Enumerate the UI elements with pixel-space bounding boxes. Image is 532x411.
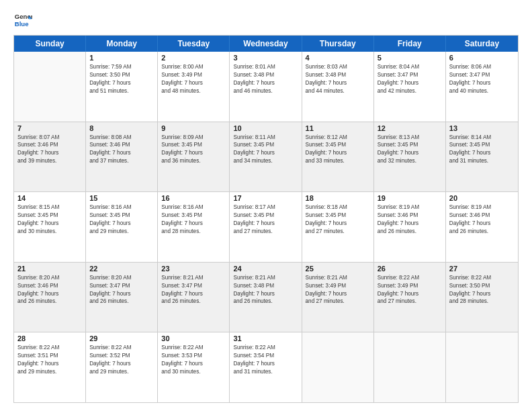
cell-info-line: Sunset: 3:48 PM <box>233 71 298 79</box>
calendar-cell: 12Sunrise: 8:13 AMSunset: 3:45 PMDayligh… <box>374 122 446 192</box>
calendar-row: 1Sunrise: 7:59 AMSunset: 3:50 PMDaylight… <box>14 52 518 122</box>
cell-info-line: and 26 minutes. <box>161 298 226 306</box>
day-number: 24 <box>233 265 298 273</box>
cell-info-line: Daylight: 7 hours <box>378 220 442 228</box>
day-number: 11 <box>306 124 370 132</box>
cell-info-line: Daylight: 7 hours <box>233 220 298 228</box>
calendar-cell: 7Sunrise: 8:07 AMSunset: 3:46 PMDaylight… <box>14 122 86 192</box>
calendar-cell: 8Sunrise: 8:08 AMSunset: 3:46 PMDaylight… <box>86 122 158 192</box>
cell-info-line: Sunrise: 8:22 AM <box>233 344 298 352</box>
cell-info-line: Sunset: 3:47 PM <box>449 71 515 79</box>
cell-info-line: Sunrise: 8:01 AM <box>233 63 298 71</box>
cell-info-line: Sunset: 3:45 PM <box>306 141 370 149</box>
logo-icon: General Blue <box>13 11 32 30</box>
cell-info-line: Daylight: 7 hours <box>449 220 515 228</box>
cell-info-line: Sunset: 3:45 PM <box>449 141 515 149</box>
cell-info-line: Sunrise: 8:14 AM <box>449 134 515 142</box>
cell-info-line: Sunrise: 8:19 AM <box>449 203 515 212</box>
calendar-cell: 24Sunrise: 8:21 AMSunset: 3:48 PMDayligh… <box>230 263 302 332</box>
cell-info-line: and 26 minutes. <box>378 228 442 236</box>
day-number: 25 <box>306 265 370 273</box>
cell-info-line: Sunrise: 8:00 AM <box>161 63 226 71</box>
cell-info-line: Sunrise: 8:21 AM <box>233 274 298 282</box>
calendar-cell: 18Sunrise: 8:18 AMSunset: 3:45 PMDayligh… <box>302 192 374 262</box>
calendar-cell: 9Sunrise: 8:09 AMSunset: 3:45 PMDaylight… <box>158 122 230 192</box>
cell-info-line: Daylight: 7 hours <box>306 149 370 157</box>
day-number: 31 <box>233 334 298 342</box>
cell-info-line: and 27 minutes. <box>378 298 442 306</box>
cell-info-line: and 31 minutes. <box>449 157 515 165</box>
cell-info-line: Daylight: 7 hours <box>233 79 298 87</box>
cell-info-line: Sunset: 3:48 PM <box>306 71 370 79</box>
calendar-cell: 27Sunrise: 8:22 AMSunset: 3:50 PMDayligh… <box>446 263 518 332</box>
cell-info-line: Sunset: 3:52 PM <box>89 352 154 360</box>
calendar-cell: 20Sunrise: 8:19 AMSunset: 3:46 PMDayligh… <box>446 192 518 262</box>
cell-info-line: Sunset: 3:53 PM <box>161 352 226 360</box>
cell-info-line: and 30 minutes. <box>17 228 82 236</box>
cell-info-line: Sunset: 3:49 PM <box>378 282 442 290</box>
calendar: SundayMondayTuesdayWednesdayThursdayFrid… <box>13 35 519 403</box>
cell-info-line: Sunrise: 8:09 AM <box>161 134 226 142</box>
day-number: 3 <box>233 54 298 62</box>
cell-info-line: Sunset: 3:47 PM <box>89 282 154 290</box>
cell-info-line: Sunrise: 8:19 AM <box>378 203 442 212</box>
calendar-cell: 4Sunrise: 8:03 AMSunset: 3:48 PMDaylight… <box>302 52 374 122</box>
cell-info-line: Daylight: 7 hours <box>17 290 82 298</box>
cell-info-line: Daylight: 7 hours <box>233 149 298 157</box>
cell-info-line: Sunrise: 8:04 AM <box>378 63 442 71</box>
cell-info-line: and 30 minutes. <box>161 368 226 376</box>
cell-info-line: Daylight: 7 hours <box>161 149 226 157</box>
cell-info-line: Sunrise: 8:06 AM <box>449 63 515 71</box>
calendar-cell: 3Sunrise: 8:01 AMSunset: 3:48 PMDaylight… <box>230 52 302 122</box>
cell-info-line: Sunset: 3:49 PM <box>161 71 226 79</box>
cell-info-line: Daylight: 7 hours <box>161 360 226 368</box>
calendar-body: 1Sunrise: 7:59 AMSunset: 3:50 PMDaylight… <box>14 52 518 402</box>
cell-info-line: Sunset: 3:49 PM <box>306 282 370 290</box>
cell-info-line: and 27 minutes. <box>306 298 370 306</box>
day-number: 21 <box>17 265 82 273</box>
cell-info-line: Daylight: 7 hours <box>306 79 370 87</box>
cell-info-line: Sunrise: 8:11 AM <box>233 134 298 142</box>
cell-info-line: Sunset: 3:45 PM <box>161 212 226 220</box>
day-number: 30 <box>161 334 226 342</box>
cell-info-line: Sunrise: 8:22 AM <box>17 344 82 352</box>
cell-info-line: Sunset: 3:45 PM <box>306 212 370 220</box>
cell-info-line: Sunrise: 8:13 AM <box>378 134 442 142</box>
day-number: 15 <box>89 194 154 202</box>
day-number: 28 <box>17 334 82 342</box>
cell-info-line: Sunset: 3:50 PM <box>449 282 515 290</box>
calendar-cell: 13Sunrise: 8:14 AMSunset: 3:45 PMDayligh… <box>446 122 518 192</box>
svg-text:Blue: Blue <box>15 20 29 28</box>
cell-info-line: and 36 minutes. <box>161 157 226 165</box>
calendar-cell: 23Sunrise: 8:21 AMSunset: 3:47 PMDayligh… <box>158 263 230 332</box>
cell-info-line: Daylight: 7 hours <box>89 360 154 368</box>
day-number: 7 <box>17 124 82 132</box>
cell-info-line: Sunrise: 8:20 AM <box>89 274 154 282</box>
day-number: 6 <box>449 54 515 62</box>
calendar-cell: 25Sunrise: 8:21 AMSunset: 3:49 PMDayligh… <box>302 263 374 332</box>
cell-info-line: Sunset: 3:48 PM <box>233 282 298 290</box>
cell-info-line: Daylight: 7 hours <box>17 360 82 368</box>
calendar-cell: 1Sunrise: 7:59 AMSunset: 3:50 PMDaylight… <box>86 52 158 122</box>
cell-info-line: and 46 minutes. <box>233 87 298 95</box>
cell-info-line: Daylight: 7 hours <box>89 220 154 228</box>
cell-info-line: Sunrise: 8:17 AM <box>233 203 298 212</box>
calendar-cell: 17Sunrise: 8:17 AMSunset: 3:45 PMDayligh… <box>230 192 302 262</box>
cell-info-line: and 40 minutes. <box>449 87 515 95</box>
cell-info-line: Daylight: 7 hours <box>449 149 515 157</box>
cell-info-line: Sunrise: 8:22 AM <box>449 274 515 282</box>
cell-info-line: and 27 minutes. <box>233 228 298 236</box>
cell-info-line: and 42 minutes. <box>378 87 442 95</box>
cell-info-line: Sunset: 3:45 PM <box>161 141 226 149</box>
calendar-cell: 31Sunrise: 8:22 AMSunset: 3:54 PMDayligh… <box>230 332 302 402</box>
calendar-page: General Blue SundayMondayTuesdayWednesda… <box>0 0 532 411</box>
cell-info-line: Daylight: 7 hours <box>306 290 370 298</box>
cell-info-line: and 27 minutes. <box>306 228 370 236</box>
calendar-cell: 10Sunrise: 8:11 AMSunset: 3:45 PMDayligh… <box>230 122 302 192</box>
cell-info-line: and 29 minutes. <box>89 228 154 236</box>
cell-info-line: Daylight: 7 hours <box>89 79 154 87</box>
day-number: 26 <box>378 265 442 273</box>
cell-info-line: and 34 minutes. <box>233 157 298 165</box>
cell-info-line: Sunrise: 8:20 AM <box>17 274 82 282</box>
calendar-cell: 28Sunrise: 8:22 AMSunset: 3:51 PMDayligh… <box>14 332 86 402</box>
